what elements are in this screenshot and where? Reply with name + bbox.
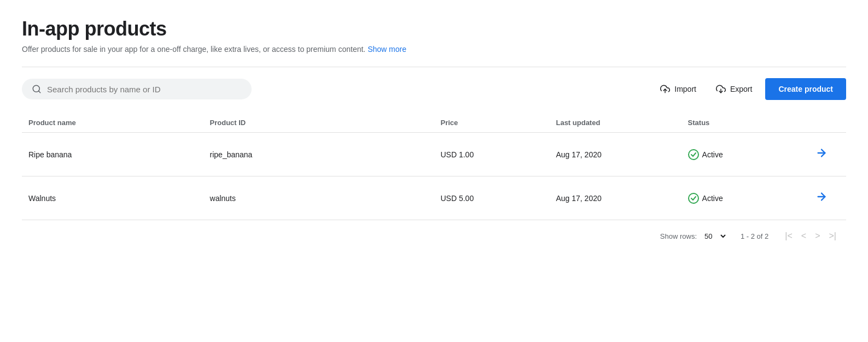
table-header-row: Product name Product ID Price Last updat… bbox=[22, 113, 846, 133]
next-page-button[interactable]: > bbox=[812, 229, 823, 243]
cell-product-id: walnuts bbox=[203, 176, 434, 220]
create-product-button[interactable]: Create product bbox=[765, 78, 846, 100]
export-icon bbox=[716, 84, 726, 94]
import-button[interactable]: Import bbox=[654, 80, 703, 98]
page-subtitle: Offer products for sale in your app for … bbox=[22, 45, 846, 54]
first-page-button[interactable]: |< bbox=[782, 229, 796, 243]
header-divider bbox=[22, 67, 846, 67]
col-header-product-id: Product ID bbox=[203, 113, 434, 133]
svg-line-1 bbox=[38, 91, 40, 92]
table-row[interactable]: Ripe bananaripe_bananaUSD 1.00Aug 17, 20… bbox=[22, 133, 846, 176]
row-navigate-button[interactable] bbox=[811, 145, 832, 164]
pagination-buttons: |< < > >| bbox=[782, 229, 840, 243]
page-container: In-app products Offer products for sale … bbox=[0, 0, 868, 265]
table-body: Ripe bananaripe_bananaUSD 1.00Aug 17, 20… bbox=[22, 133, 846, 220]
active-check-icon bbox=[688, 193, 699, 204]
last-page-button[interactable]: >| bbox=[826, 229, 840, 243]
rows-per-page-select[interactable]: 50 100 200 bbox=[700, 231, 727, 242]
show-more-link[interactable]: Show more bbox=[368, 45, 406, 54]
col-header-status: Status bbox=[681, 113, 797, 133]
col-header-last-updated: Last updated bbox=[549, 113, 681, 133]
export-button[interactable]: Export bbox=[709, 80, 759, 98]
cell-product-id: ripe_banana bbox=[203, 133, 434, 176]
cell-action[interactable] bbox=[797, 133, 846, 176]
search-icon bbox=[32, 84, 42, 94]
cell-product-name: Walnuts bbox=[22, 176, 203, 220]
cell-price: USD 5.00 bbox=[434, 176, 550, 220]
import-icon bbox=[660, 84, 670, 94]
cell-price: USD 1.00 bbox=[434, 133, 550, 176]
subtitle-text: Offer products for sale in your app for … bbox=[22, 45, 365, 54]
col-header-action bbox=[797, 113, 846, 133]
active-check-icon bbox=[688, 149, 699, 160]
cell-status: Active bbox=[681, 133, 797, 176]
table-footer: Show rows: 50 100 200 1 - 2 of 2 |< < > … bbox=[22, 220, 846, 252]
import-label: Import bbox=[674, 85, 696, 93]
cell-last-updated: Aug 17, 2020 bbox=[549, 133, 681, 176]
pagination-info: 1 - 2 of 2 bbox=[741, 232, 768, 240]
status-badge: Active bbox=[688, 193, 790, 204]
table-row[interactable]: WalnutswalnutsUSD 5.00Aug 17, 2020Active bbox=[22, 176, 846, 220]
search-input[interactable] bbox=[47, 85, 242, 94]
status-badge: Active bbox=[688, 149, 790, 160]
prev-page-button[interactable]: < bbox=[798, 229, 809, 243]
toolbar: Import Export Create product bbox=[22, 78, 846, 100]
col-header-price: Price bbox=[434, 113, 550, 133]
cell-status: Active bbox=[681, 176, 797, 220]
export-label: Export bbox=[730, 85, 752, 93]
show-rows-label: Show rows: bbox=[660, 232, 697, 240]
row-navigate-button[interactable] bbox=[811, 188, 832, 208]
cell-action[interactable] bbox=[797, 176, 846, 220]
search-box[interactable] bbox=[22, 79, 252, 99]
cell-last-updated: Aug 17, 2020 bbox=[549, 176, 681, 220]
status-text: Active bbox=[702, 194, 723, 203]
cell-product-name: Ripe banana bbox=[22, 133, 203, 176]
show-rows-control: Show rows: 50 100 200 bbox=[660, 231, 727, 242]
page-title: In-app products bbox=[22, 17, 846, 40]
status-text: Active bbox=[702, 150, 723, 159]
col-header-product-name: Product name bbox=[22, 113, 203, 133]
products-table: Product name Product ID Price Last updat… bbox=[22, 113, 846, 220]
